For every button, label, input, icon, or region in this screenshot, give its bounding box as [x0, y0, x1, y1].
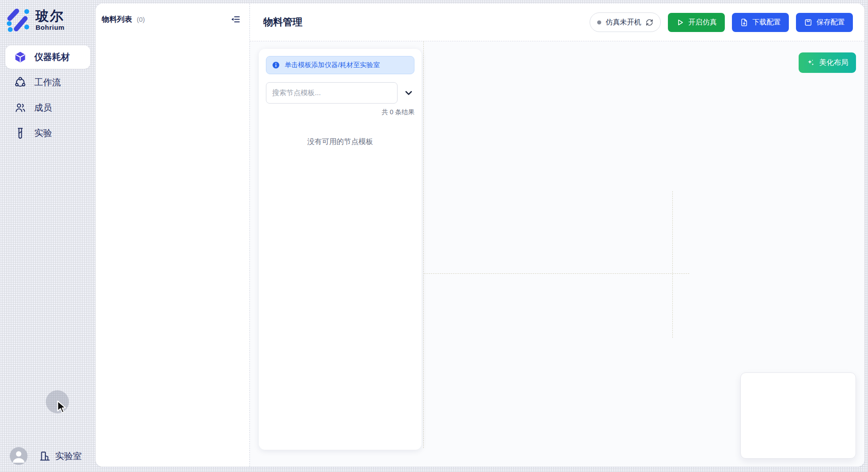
refresh-icon[interactable]: [646, 19, 653, 26]
simulation-status-pill[interactable]: 仿真未开机: [590, 12, 661, 32]
sparkles-icon: [806, 58, 815, 67]
main-card: 物料列表 (0) 物料管理: [96, 4, 864, 467]
brand-name-en: Bohrium: [36, 24, 64, 31]
mouse-cursor-icon: [56, 400, 67, 414]
members-icon: [14, 102, 26, 114]
canvas-guide-line: [424, 273, 689, 274]
hint-text: 单击模板添加仪器/耗材至实验室: [285, 61, 380, 69]
sidebar-item-label: 仪器耗材: [34, 51, 70, 63]
bohrium-logo-icon: [6, 8, 30, 32]
topbar: 物料管理 仿真未开机: [250, 4, 864, 41]
materials-count: (0): [137, 16, 145, 23]
beautify-layout-button[interactable]: 美化布局: [799, 52, 856, 73]
experiment-icon: [14, 127, 26, 139]
flow-canvas[interactable]: 单击模板添加仪器/耗材至实验室 共 0 条结果 没有可用的节点模板: [250, 41, 864, 467]
minimap[interactable]: [740, 372, 856, 459]
expand-filters-button[interactable]: [403, 87, 414, 99]
topbar-actions: 仿真未开机 开启仿真: [590, 12, 853, 32]
canvas-guide-line: [672, 191, 673, 338]
sidebar-item-workflow[interactable]: 工作流: [5, 71, 90, 94]
hint-banner: 单击模板添加仪器/耗材至实验室: [266, 56, 414, 74]
lab-label: 实验室: [55, 450, 82, 462]
page-title: 物料管理: [263, 16, 302, 29]
template-search-input[interactable]: [266, 82, 398, 104]
sidebar: 玻尔 Bohrium 仪器耗材 工作流: [0, 0, 96, 472]
user-avatar-icon: [10, 447, 28, 465]
building-icon: [39, 450, 51, 462]
status-label: 仿真未开机: [606, 18, 641, 27]
lab-switcher[interactable]: 实验室: [39, 450, 82, 462]
file-download-icon: [740, 18, 748, 27]
save-config-button[interactable]: 保存配置: [796, 13, 853, 32]
info-icon: [272, 61, 280, 69]
work-area: 物料管理 仿真未开机: [250, 4, 864, 467]
avatar[interactable]: [10, 447, 28, 465]
sidebar-bottom: 实验室: [10, 447, 82, 465]
materials-panel-title: 物料列表: [102, 15, 132, 24]
sidebar-item-members[interactable]: 成员: [5, 96, 90, 120]
sidebar-item-experiment[interactable]: 实验: [5, 121, 90, 145]
download-config-button[interactable]: 下载配置: [732, 13, 789, 32]
node-template-panel: 单击模板添加仪器/耗材至实验室 共 0 条结果 没有可用的节点模板: [259, 49, 422, 450]
result-count: 共 0 条结果: [266, 108, 414, 116]
canvas-guide-line: [423, 41, 424, 448]
save-icon: [804, 18, 812, 27]
play-icon: [676, 18, 684, 27]
sidebar-item-label: 工作流: [34, 76, 61, 88]
sidebar-item-instruments[interactable]: 仪器耗材: [5, 45, 90, 69]
sidebar-item-label: 成员: [34, 102, 52, 114]
app-root: 玻尔 Bohrium 仪器耗材 工作流: [0, 0, 868, 472]
collapse-panel-icon: [230, 14, 241, 24]
empty-templates-text: 没有可用的节点模板: [266, 137, 414, 147]
materials-panel: 物料列表 (0): [96, 4, 250, 467]
collapse-panel-button[interactable]: [229, 13, 241, 25]
brand-logo: 玻尔 Bohrium: [0, 0, 96, 32]
cube-icon: [14, 51, 26, 63]
start-simulation-button[interactable]: 开启仿真: [668, 13, 725, 32]
status-dot-icon: [597, 20, 601, 24]
sidebar-item-label: 实验: [34, 127, 52, 139]
workflow-icon: [14, 76, 26, 88]
brand-name-zh: 玻尔: [36, 9, 64, 23]
sidebar-menu: 仪器耗材 工作流 成员: [0, 45, 96, 145]
chevron-down-icon: [404, 88, 414, 98]
